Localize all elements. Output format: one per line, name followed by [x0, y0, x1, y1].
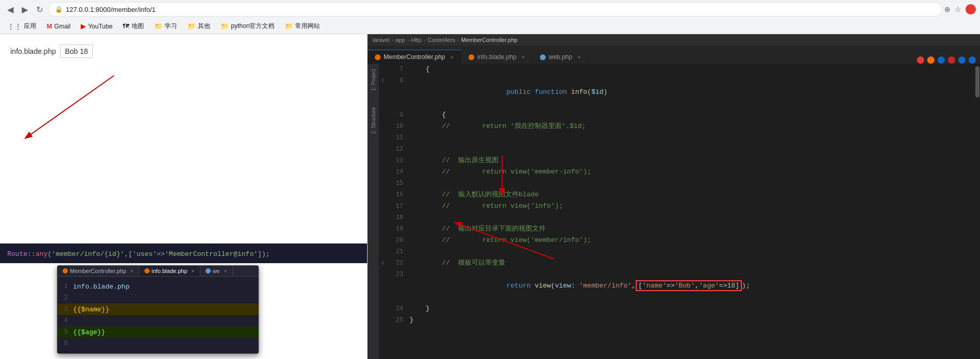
- bookmark-apps[interactable]: ⋮⋮ 应用: [4, 21, 39, 32]
- bookmark-study-label: 学习: [165, 22, 177, 31]
- mini-tab-infoblade[interactable]: info.blade.php ×: [139, 266, 200, 276]
- bookmark-python[interactable]: 📁 python官方文档: [217, 21, 277, 32]
- mini-tab-mc-label: MemberController.php: [70, 268, 126, 274]
- scrollbar-thumb[interactable]: [975, 66, 979, 97]
- fold-12: [379, 121, 386, 132]
- line-16: 16 // 输入默认的视图文件blade: [386, 189, 975, 200]
- line-22: 22 // 模板可以带变量: [386, 257, 975, 269]
- ide-tab-web-label: web.php: [549, 53, 572, 61]
- mini-line-4: 4: [57, 315, 258, 326]
- page-output-text: Bob 18: [65, 47, 87, 55]
- mini-line-2: 2: [57, 292, 258, 304]
- line-25: 25 }: [386, 314, 975, 326]
- mini-editor: MemberController.php × info.blade.php × …: [57, 265, 259, 354]
- bookmark-gmail[interactable]: M Gmail: [43, 21, 74, 31]
- line-15: 15: [386, 178, 975, 189]
- back-button[interactable]: ◀: [4, 3, 17, 17]
- fold-14: [379, 143, 386, 155]
- route-code-bar: Route::any('member/info/{id}',['uses'=>'…: [0, 243, 367, 263]
- refresh-button[interactable]: ↻: [33, 3, 46, 17]
- bookmark-study[interactable]: 📁 学习: [151, 21, 180, 32]
- bookmark-gmail-label: Gmail: [54, 23, 70, 30]
- ide-tab-web-icon: [540, 54, 546, 60]
- mini-tab-we[interactable]: we ×: [200, 266, 233, 276]
- line-18: 18: [386, 212, 975, 223]
- line-12: 12: [386, 143, 975, 155]
- star-icon[interactable]: ☆: [955, 5, 961, 13]
- ide-editor-area: 1: Project 2: Structure ⊽: [368, 64, 980, 359]
- project-tab-label[interactable]: 1: Project: [370, 66, 377, 94]
- bookmark-other[interactable]: 📁 其他: [184, 21, 213, 32]
- toolbar-icon-2[interactable]: [927, 56, 934, 64]
- fold-7: [379, 64, 386, 75]
- bookmark-youtube[interactable]: ▶ YouTube: [78, 21, 115, 31]
- browser-topbar: ◀ ▶ ↻ 🔒 127.0.0.1:8000/member/info/1 ⊕ ☆: [0, 0, 980, 19]
- ide-tab-ib-close[interactable]: ×: [522, 54, 525, 60]
- ide-tab-web[interactable]: web.php ×: [533, 50, 589, 64]
- fold-13: [379, 132, 386, 143]
- ide-tab-web-close[interactable]: ×: [577, 54, 580, 60]
- toolbar-icon-5[interactable]: [958, 56, 966, 64]
- ide-code-editor[interactable]: 7 { 8 public function info($id) 9: [386, 64, 975, 359]
- folder-study-icon: 📁: [154, 22, 163, 30]
- fold-8: ⊽: [379, 75, 386, 87]
- fold-25: [379, 269, 386, 280]
- ide-tab-ib-icon: [469, 54, 474, 60]
- fold-16: [379, 166, 386, 178]
- fold-gutter: ⊽ ⊽: [379, 64, 386, 359]
- maps-icon: 🗺: [123, 22, 129, 30]
- bookmark-other-label: 其他: [198, 22, 210, 31]
- toolbar-icon-3[interactable]: [938, 56, 945, 64]
- ide-tab-ib-label: info.blade.php: [477, 53, 516, 61]
- line-17: 17 // return view('info');: [386, 200, 975, 212]
- line-8: 8 public function info($id): [386, 75, 975, 109]
- chrome-icon: [966, 4, 976, 15]
- bookmark-common-label: 常用网站: [295, 22, 320, 31]
- ide-scrollbar[interactable]: [975, 64, 980, 359]
- toolbar-icon-6[interactable]: [969, 56, 976, 64]
- breadcrumb-file: MemberController.php: [461, 37, 518, 43]
- mini-code-area: 1 info.blade.php 2 3 {{$name}} 4: [57, 277, 258, 353]
- toolbar-icon-4[interactable]: [948, 56, 955, 64]
- project-sidebar: 1: Project 2: Structure: [368, 64, 379, 359]
- ide-panel: laravel › app › Http › Controllers › Mem…: [368, 34, 980, 359]
- forward-button[interactable]: ▶: [19, 3, 31, 17]
- fold-22: [379, 235, 386, 246]
- mini-tab-ib-close[interactable]: ×: [192, 268, 195, 274]
- ide-tab-bar: MemberController.php × info.blade.php × …: [368, 46, 980, 64]
- fold-18: [379, 189, 386, 200]
- youtube-icon: ▶: [81, 22, 86, 30]
- folder-common-icon: 📁: [285, 22, 293, 30]
- structure-tab-label[interactable]: 2: Structure: [370, 104, 377, 137]
- mini-tab-mc-icon: [63, 268, 68, 274]
- ide-breadcrumb: laravel › app › Http › Controllers › Mem…: [368, 34, 980, 46]
- bookmarks-bar: ⋮⋮ 应用 M Gmail ▶ YouTube 🗺 地图 📁 学习 📁 其他: [0, 19, 980, 34]
- line-21: 21: [386, 246, 975, 257]
- bookmark-common[interactable]: 📁 常用网站: [282, 21, 323, 32]
- mini-line-6: 6: [57, 338, 258, 349]
- line-24: 24 }: [386, 303, 975, 314]
- bookmark-maps-label: 地图: [131, 22, 144, 31]
- url-bar[interactable]: 🔒 127.0.0.1:8000/member/info/1: [48, 2, 942, 17]
- mini-tab-we-close[interactable]: ×: [224, 268, 227, 274]
- mini-tab-membercontroller[interactable]: MemberController.php ×: [57, 266, 139, 276]
- line-9: 9 {: [386, 109, 975, 121]
- line-19: 19 // 输出对应目录下面的视图文件: [386, 223, 975, 235]
- line-11: 11: [386, 132, 975, 143]
- breadcrumb-laravel: laravel: [373, 37, 389, 43]
- ide-tab-mc-close[interactable]: ×: [450, 54, 454, 60]
- bookmark-youtube-label: YouTube: [88, 23, 112, 30]
- annotation-arrow-1: [0, 65, 155, 148]
- url-bar-icons: ⊕ ☆: [944, 4, 976, 15]
- ide-tab-membercontroller[interactable]: MemberController.php ×: [368, 50, 461, 64]
- translate-icon[interactable]: ⊕: [944, 5, 950, 13]
- mini-tab-mc-close[interactable]: ×: [130, 268, 134, 274]
- ide-tab-infoblade[interactable]: info.blade.php ×: [461, 50, 533, 64]
- page-filename: info.blade.php: [10, 47, 56, 55]
- bookmark-maps[interactable]: 🗺 地图: [120, 21, 147, 32]
- mini-line-3: 3 {{$name}}: [57, 304, 258, 315]
- toolbar-icon-1[interactable]: [917, 56, 924, 64]
- line-23: 23 return view(view: 'member/info',['nam…: [386, 269, 975, 303]
- breadcrumb-controllers: Controllers: [428, 37, 455, 43]
- line-7: 7 {: [386, 64, 975, 75]
